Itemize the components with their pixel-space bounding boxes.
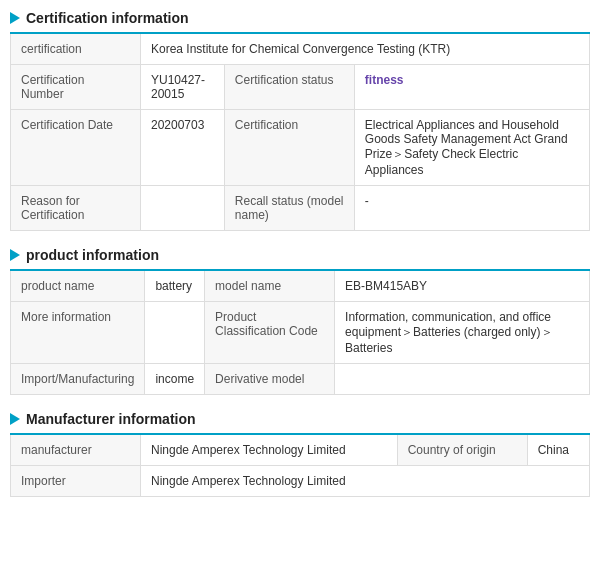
prod-value-model: EB-BM415ABY	[335, 270, 590, 302]
prod-value-class: Information, communication, and office e…	[335, 302, 590, 364]
table-row: Certification Number YU10427-20015 Certi…	[11, 65, 590, 110]
certification-section: Certification information certification …	[10, 10, 590, 231]
product-section: product information product name battery…	[10, 247, 590, 395]
certification-header: Certification information	[10, 10, 590, 26]
table-row: Importer Ningde Amperex Technology Limit…	[11, 466, 590, 497]
product-title: product information	[26, 247, 159, 263]
mfr-value-2: Ningde Amperex Technology Limited	[141, 466, 590, 497]
mfr-value-1: Ningde Amperex Technology Limited	[141, 434, 398, 466]
cert-value-4	[141, 186, 225, 231]
table-row: manufacturer Ningde Amperex Technology L…	[11, 434, 590, 466]
table-row: certification Korea Institute for Chemic…	[11, 33, 590, 65]
cert-value-status: fitness	[354, 65, 589, 110]
section-arrow-icon	[10, 249, 20, 261]
manufacturer-table: manufacturer Ningde Amperex Technology L…	[10, 433, 590, 497]
certification-title: Certification information	[26, 10, 189, 26]
prod-label-class: Product Classification Code	[205, 302, 335, 364]
cert-value-1: Korea Institute for Chemical Convergence…	[141, 33, 590, 65]
certification-table: certification Korea Institute for Chemic…	[10, 32, 590, 231]
cert-label-1: certification	[11, 33, 141, 65]
prod-label-1: product name	[11, 270, 145, 302]
cert-label-recall: Recall status (model name)	[224, 186, 354, 231]
mfr-label-country: Country of origin	[397, 434, 527, 466]
mfr-value-country: China	[527, 434, 589, 466]
prod-label-3: Import/Manufacturing	[11, 364, 145, 395]
prod-label-2: More information	[11, 302, 145, 364]
prod-value-2	[145, 302, 205, 364]
prod-value-1: battery	[145, 270, 205, 302]
table-row: product name battery model name EB-BM415…	[11, 270, 590, 302]
manufacturer-header: Manufacturer information	[10, 411, 590, 427]
cert-label-2: Certification Number	[11, 65, 141, 110]
mfr-label-2: Importer	[11, 466, 141, 497]
section-arrow-icon	[10, 12, 20, 24]
manufacturer-title: Manufacturer information	[26, 411, 196, 427]
table-row: Import/Manufacturing income Derivative m…	[11, 364, 590, 395]
cert-value-2: YU10427-20015	[141, 65, 225, 110]
table-row: Reason for Certification Recall status (…	[11, 186, 590, 231]
cert-value-3: 20200703	[141, 110, 225, 186]
product-header: product information	[10, 247, 590, 263]
cert-label-4: Reason for Certification	[11, 186, 141, 231]
prod-value-3: income	[145, 364, 205, 395]
table-row: Certification Date 20200703 Certificatio…	[11, 110, 590, 186]
cert-label-cert: Certification	[224, 110, 354, 186]
manufacturer-section: Manufacturer information manufacturer Ni…	[10, 411, 590, 497]
cert-label-status: Certification status	[224, 65, 354, 110]
product-table: product name battery model name EB-BM415…	[10, 269, 590, 395]
mfr-label-1: manufacturer	[11, 434, 141, 466]
prod-label-model: model name	[205, 270, 335, 302]
cert-label-3: Certification Date	[11, 110, 141, 186]
cert-value-recall: -	[354, 186, 589, 231]
prod-label-deriv: Derivative model	[205, 364, 335, 395]
cert-value-cert: Electrical Appliances and Household Good…	[354, 110, 589, 186]
section-arrow-icon	[10, 413, 20, 425]
prod-value-deriv	[335, 364, 590, 395]
table-row: More information Product Classification …	[11, 302, 590, 364]
